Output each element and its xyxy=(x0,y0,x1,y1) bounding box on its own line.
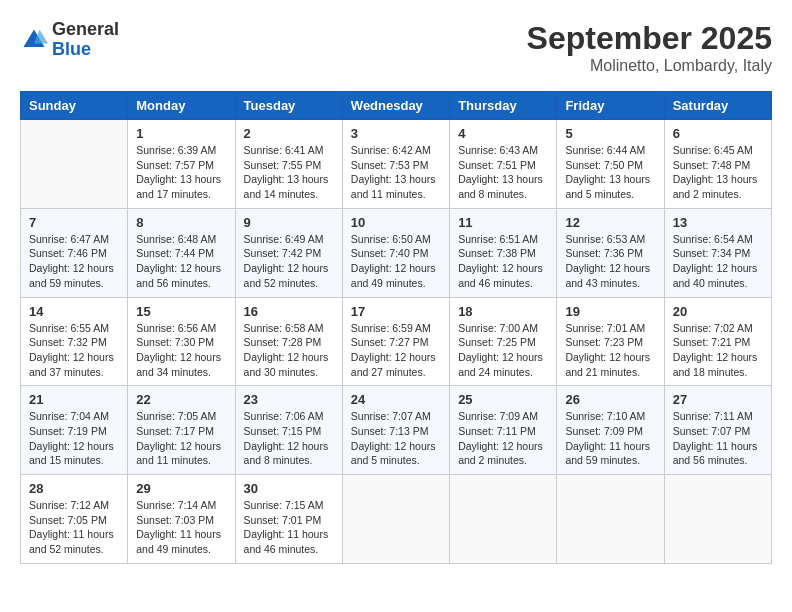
day-info: Sunrise: 7:09 AMSunset: 7:11 PMDaylight:… xyxy=(458,409,548,468)
day-number: 20 xyxy=(673,304,763,319)
day-info: Sunrise: 6:55 AMSunset: 7:32 PMDaylight:… xyxy=(29,321,119,380)
calendar-cell: 7Sunrise: 6:47 AMSunset: 7:46 PMDaylight… xyxy=(21,208,128,297)
calendar-cell: 4Sunrise: 6:43 AMSunset: 7:51 PMDaylight… xyxy=(450,120,557,209)
day-number: 3 xyxy=(351,126,441,141)
day-info: Sunrise: 6:43 AMSunset: 7:51 PMDaylight:… xyxy=(458,143,548,202)
day-number: 18 xyxy=(458,304,548,319)
day-number: 1 xyxy=(136,126,226,141)
day-number: 6 xyxy=(673,126,763,141)
day-number: 4 xyxy=(458,126,548,141)
day-info: Sunrise: 6:42 AMSunset: 7:53 PMDaylight:… xyxy=(351,143,441,202)
day-info: Sunrise: 6:48 AMSunset: 7:44 PMDaylight:… xyxy=(136,232,226,291)
title-block: September 2025 Molinetto, Lombardy, Ital… xyxy=(527,20,772,75)
week-row-4: 21Sunrise: 7:04 AMSunset: 7:19 PMDayligh… xyxy=(21,386,772,475)
calendar-cell xyxy=(450,475,557,564)
day-number: 15 xyxy=(136,304,226,319)
day-number: 13 xyxy=(673,215,763,230)
day-info: Sunrise: 7:11 AMSunset: 7:07 PMDaylight:… xyxy=(673,409,763,468)
calendar-cell: 19Sunrise: 7:01 AMSunset: 7:23 PMDayligh… xyxy=(557,297,664,386)
calendar-table: Sunday Monday Tuesday Wednesday Thursday… xyxy=(20,91,772,564)
logo-blue: Blue xyxy=(52,40,119,60)
day-number: 12 xyxy=(565,215,655,230)
header-saturday: Saturday xyxy=(664,92,771,120)
day-info: Sunrise: 7:15 AMSunset: 7:01 PMDaylight:… xyxy=(244,498,334,557)
calendar-cell: 10Sunrise: 6:50 AMSunset: 7:40 PMDayligh… xyxy=(342,208,449,297)
calendar-cell: 13Sunrise: 6:54 AMSunset: 7:34 PMDayligh… xyxy=(664,208,771,297)
calendar-cell xyxy=(21,120,128,209)
calendar-title: September 2025 xyxy=(527,20,772,57)
calendar-cell xyxy=(557,475,664,564)
calendar-cell xyxy=(664,475,771,564)
day-number: 8 xyxy=(136,215,226,230)
header-wednesday: Wednesday xyxy=(342,92,449,120)
day-number: 30 xyxy=(244,481,334,496)
day-number: 29 xyxy=(136,481,226,496)
day-info: Sunrise: 7:02 AMSunset: 7:21 PMDaylight:… xyxy=(673,321,763,380)
day-info: Sunrise: 7:10 AMSunset: 7:09 PMDaylight:… xyxy=(565,409,655,468)
week-row-1: 1Sunrise: 6:39 AMSunset: 7:57 PMDaylight… xyxy=(21,120,772,209)
calendar-cell: 27Sunrise: 7:11 AMSunset: 7:07 PMDayligh… xyxy=(664,386,771,475)
header-thursday: Thursday xyxy=(450,92,557,120)
day-number: 11 xyxy=(458,215,548,230)
week-row-2: 7Sunrise: 6:47 AMSunset: 7:46 PMDaylight… xyxy=(21,208,772,297)
header-sunday: Sunday xyxy=(21,92,128,120)
calendar-cell: 20Sunrise: 7:02 AMSunset: 7:21 PMDayligh… xyxy=(664,297,771,386)
calendar-cell: 24Sunrise: 7:07 AMSunset: 7:13 PMDayligh… xyxy=(342,386,449,475)
week-row-3: 14Sunrise: 6:55 AMSunset: 7:32 PMDayligh… xyxy=(21,297,772,386)
calendar-cell: 8Sunrise: 6:48 AMSunset: 7:44 PMDaylight… xyxy=(128,208,235,297)
header-monday: Monday xyxy=(128,92,235,120)
calendar-cell: 30Sunrise: 7:15 AMSunset: 7:01 PMDayligh… xyxy=(235,475,342,564)
day-info: Sunrise: 6:49 AMSunset: 7:42 PMDaylight:… xyxy=(244,232,334,291)
day-number: 5 xyxy=(565,126,655,141)
calendar-cell: 21Sunrise: 7:04 AMSunset: 7:19 PMDayligh… xyxy=(21,386,128,475)
day-number: 22 xyxy=(136,392,226,407)
day-number: 2 xyxy=(244,126,334,141)
day-number: 14 xyxy=(29,304,119,319)
day-info: Sunrise: 6:54 AMSunset: 7:34 PMDaylight:… xyxy=(673,232,763,291)
calendar-cell: 5Sunrise: 6:44 AMSunset: 7:50 PMDaylight… xyxy=(557,120,664,209)
calendar-cell: 1Sunrise: 6:39 AMSunset: 7:57 PMDaylight… xyxy=(128,120,235,209)
calendar-cell: 28Sunrise: 7:12 AMSunset: 7:05 PMDayligh… xyxy=(21,475,128,564)
day-number: 28 xyxy=(29,481,119,496)
calendar-subtitle: Molinetto, Lombardy, Italy xyxy=(527,57,772,75)
calendar-cell: 15Sunrise: 6:56 AMSunset: 7:30 PMDayligh… xyxy=(128,297,235,386)
logo-general: General xyxy=(52,20,119,40)
day-number: 10 xyxy=(351,215,441,230)
day-number: 9 xyxy=(244,215,334,230)
day-info: Sunrise: 6:41 AMSunset: 7:55 PMDaylight:… xyxy=(244,143,334,202)
day-info: Sunrise: 6:53 AMSunset: 7:36 PMDaylight:… xyxy=(565,232,655,291)
day-info: Sunrise: 7:12 AMSunset: 7:05 PMDaylight:… xyxy=(29,498,119,557)
week-row-5: 28Sunrise: 7:12 AMSunset: 7:05 PMDayligh… xyxy=(21,475,772,564)
calendar-cell: 16Sunrise: 6:58 AMSunset: 7:28 PMDayligh… xyxy=(235,297,342,386)
day-info: Sunrise: 7:14 AMSunset: 7:03 PMDaylight:… xyxy=(136,498,226,557)
calendar-cell: 25Sunrise: 7:09 AMSunset: 7:11 PMDayligh… xyxy=(450,386,557,475)
day-info: Sunrise: 6:58 AMSunset: 7:28 PMDaylight:… xyxy=(244,321,334,380)
day-info: Sunrise: 7:05 AMSunset: 7:17 PMDaylight:… xyxy=(136,409,226,468)
day-info: Sunrise: 7:04 AMSunset: 7:19 PMDaylight:… xyxy=(29,409,119,468)
calendar-cell: 11Sunrise: 6:51 AMSunset: 7:38 PMDayligh… xyxy=(450,208,557,297)
calendar-cell: 2Sunrise: 6:41 AMSunset: 7:55 PMDaylight… xyxy=(235,120,342,209)
calendar-cell: 29Sunrise: 7:14 AMSunset: 7:03 PMDayligh… xyxy=(128,475,235,564)
header-row: Sunday Monday Tuesday Wednesday Thursday… xyxy=(21,92,772,120)
day-info: Sunrise: 6:47 AMSunset: 7:46 PMDaylight:… xyxy=(29,232,119,291)
day-info: Sunrise: 6:51 AMSunset: 7:38 PMDaylight:… xyxy=(458,232,548,291)
calendar-cell: 6Sunrise: 6:45 AMSunset: 7:48 PMDaylight… xyxy=(664,120,771,209)
calendar-cell: 9Sunrise: 6:49 AMSunset: 7:42 PMDaylight… xyxy=(235,208,342,297)
calendar-cell: 14Sunrise: 6:55 AMSunset: 7:32 PMDayligh… xyxy=(21,297,128,386)
page-header: General Blue September 2025 Molinetto, L… xyxy=(20,20,772,75)
calendar-cell: 12Sunrise: 6:53 AMSunset: 7:36 PMDayligh… xyxy=(557,208,664,297)
header-tuesday: Tuesday xyxy=(235,92,342,120)
day-info: Sunrise: 6:44 AMSunset: 7:50 PMDaylight:… xyxy=(565,143,655,202)
day-number: 21 xyxy=(29,392,119,407)
day-info: Sunrise: 6:59 AMSunset: 7:27 PMDaylight:… xyxy=(351,321,441,380)
calendar-cell: 17Sunrise: 6:59 AMSunset: 7:27 PMDayligh… xyxy=(342,297,449,386)
day-info: Sunrise: 7:00 AMSunset: 7:25 PMDaylight:… xyxy=(458,321,548,380)
day-info: Sunrise: 6:50 AMSunset: 7:40 PMDaylight:… xyxy=(351,232,441,291)
calendar-cell: 23Sunrise: 7:06 AMSunset: 7:15 PMDayligh… xyxy=(235,386,342,475)
day-info: Sunrise: 6:45 AMSunset: 7:48 PMDaylight:… xyxy=(673,143,763,202)
day-number: 17 xyxy=(351,304,441,319)
day-number: 19 xyxy=(565,304,655,319)
logo-icon xyxy=(20,26,48,54)
day-number: 25 xyxy=(458,392,548,407)
day-number: 26 xyxy=(565,392,655,407)
